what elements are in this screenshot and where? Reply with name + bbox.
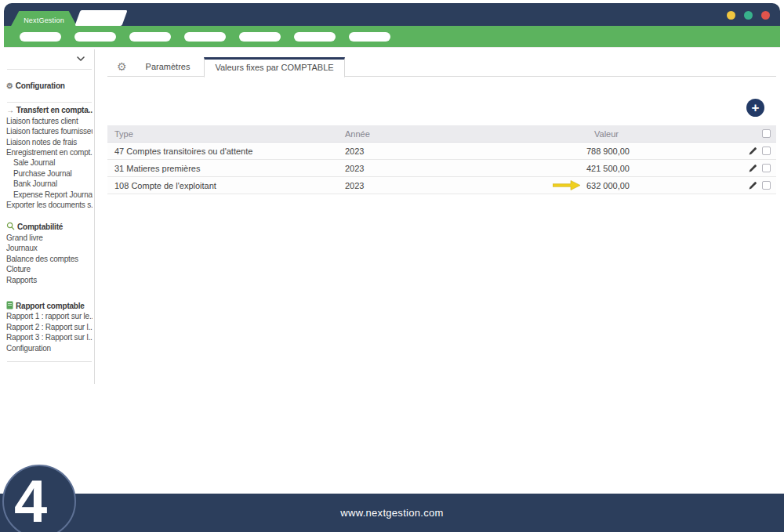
sidebar-item-rapport-3[interactable]: Rapport 3 : Rapport sur l... xyxy=(6,332,93,342)
row-checkbox[interactable] xyxy=(762,181,771,190)
cell-annee: 2023 xyxy=(345,147,502,156)
content-divider xyxy=(4,47,780,48)
sidebar-section-transfert[interactable]: →Transfert en compta... xyxy=(6,105,93,115)
sidebar-item-label: Cloture xyxy=(6,265,31,273)
cell-valeur: 788 900,00 xyxy=(586,147,630,156)
divider xyxy=(7,361,92,362)
sidebar-item-label: Sale Journal xyxy=(13,158,55,167)
nav-pill-placeholder[interactable] xyxy=(184,32,226,42)
brand-label: NextGestion xyxy=(24,16,64,24)
sidebar-item-label: Configuration xyxy=(6,344,51,353)
cell-type: 31 Matieres premières xyxy=(107,164,345,173)
sidebar-item-label: Comptabilité xyxy=(17,223,63,231)
sidebar-item-grand-livre[interactable]: Grand livre xyxy=(6,233,93,243)
sidebar-item-rapports[interactable]: Rapports xyxy=(6,275,93,285)
column-header-annee[interactable]: Année xyxy=(345,129,502,139)
maximize-dot-icon[interactable] xyxy=(744,11,753,20)
sidebar-item-label: Liaison factures client xyxy=(6,117,78,125)
sidebar-item-rapport-1[interactable]: Rapport 1 : rapport sur le... xyxy=(6,311,93,321)
sidebar-item-journaux[interactable]: Journaux xyxy=(6,243,93,253)
tab-bar: ⚙ Paramètres Valeurs fixes par COMPTABLE xyxy=(107,57,776,77)
sidebar-item-liaison-factures-fournisseur[interactable]: Liaison factures fournisseur xyxy=(6,126,93,136)
select-all-checkbox[interactable] xyxy=(762,129,771,138)
footer-bar: www.nextgestion.com xyxy=(0,494,784,532)
nav-pill-placeholder[interactable] xyxy=(20,32,61,42)
cell-annee: 2023 xyxy=(345,164,502,173)
sidebar-item-label: Grand livre xyxy=(6,233,43,242)
nav-pill-placeholder[interactable] xyxy=(294,32,336,42)
tab-parametres[interactable]: Paramètres xyxy=(132,58,205,75)
minimize-dot-icon[interactable] xyxy=(727,11,735,20)
highlight-arrow-icon xyxy=(553,180,580,190)
arrow-right-icon: → xyxy=(6,105,14,115)
table-row: 108 Compte de l'exploitant 2023 632 000,… xyxy=(107,177,776,194)
tab-valeurs-fixes[interactable]: Valeurs fixes par COMPTABLE xyxy=(204,57,344,78)
sidebar-item-enregistrement[interactable]: Enregistrement en compt... xyxy=(6,147,93,157)
sidebar-item-label: Rapport 1 : rapport sur le... xyxy=(6,312,93,320)
close-dot-icon[interactable] xyxy=(761,11,770,20)
sidebar-item-label: Rapport 3 : Rapport sur l... xyxy=(6,333,93,342)
cell-valeur: 421 500,00 xyxy=(586,164,630,173)
gears-icon: ⚙ xyxy=(6,81,13,91)
table-row: 31 Matieres premières 2023 421 500,00 xyxy=(107,160,776,177)
table-row: 47 Comptes transitoires ou d'attente 202… xyxy=(107,143,776,160)
magnifier-icon xyxy=(6,222,15,232)
file-icon xyxy=(6,301,13,311)
page-number: 4 xyxy=(14,472,47,531)
edit-icon[interactable] xyxy=(748,164,757,173)
table-header-row: Type Année Valeur xyxy=(107,125,776,143)
sidebar-item-configuration-bottom[interactable]: Configuration xyxy=(6,343,93,353)
sidebar-item-label: Journaux xyxy=(6,244,38,252)
sidebar-item-label: Rapport comptable xyxy=(16,302,85,310)
row-checkbox[interactable] xyxy=(762,147,771,155)
sidebar-section-configuration[interactable]: ⚙Configuration xyxy=(6,81,93,91)
divider xyxy=(7,69,92,70)
sidebar-item-label: Bank Journal xyxy=(13,179,57,188)
sidebar-item-label: Balance des comptes xyxy=(6,255,78,263)
main-navbar xyxy=(4,26,780,47)
window-controls xyxy=(727,11,770,20)
sidebar-item-label: Liaison notes de frais xyxy=(6,138,77,147)
cell-annee: 2023 xyxy=(345,181,502,190)
toolbar: + xyxy=(107,99,776,119)
sidebar-item-label: Rapport 2 : Rapport sur l... xyxy=(6,323,93,331)
sidebar-item-balance-des-comptes[interactable]: Balance des comptes xyxy=(6,254,93,264)
nav-pill-placeholder[interactable] xyxy=(349,32,390,42)
cell-type: 108 Compte de l'exploitant xyxy=(107,181,345,190)
sidebar-item-label: Expense Report Journal xyxy=(13,190,93,199)
sidebar-item-label: Purchase Journal xyxy=(13,169,72,178)
window-titlebar: NextGestion xyxy=(4,3,780,26)
sidebar-item-label: Enregistrement en compt... xyxy=(6,148,93,157)
values-table: Type Année Valeur 47 Comptes transitoire… xyxy=(107,125,776,194)
titlebar-placeholder xyxy=(74,10,127,26)
column-header-type[interactable]: Type xyxy=(107,129,345,139)
sidebar-item-rapport-2[interactable]: Rapport 2 : Rapport sur l... xyxy=(6,322,93,332)
sidebar-item-label: Rapports xyxy=(6,276,37,284)
add-button[interactable]: + xyxy=(746,99,764,117)
sidebar-item-label: Liaison factures fournisseur xyxy=(6,127,93,136)
nav-pill-placeholder[interactable] xyxy=(129,32,171,42)
sidebar-section-rapport-comptable[interactable]: Rapport comptable xyxy=(6,301,93,311)
chevron-down-icon[interactable] xyxy=(6,51,93,67)
row-checkbox[interactable] xyxy=(762,164,771,172)
edit-icon[interactable] xyxy=(748,181,757,190)
page: NextGestion ⚙Configuration →Transfert en… xyxy=(0,0,784,532)
sidebar-item-liaison-factures-client[interactable]: Liaison factures client xyxy=(6,116,93,126)
sidebar-item-expense-report-journal[interactable]: Expense Report Journal xyxy=(6,190,93,200)
main-content: ⚙ Paramètres Valeurs fixes par COMPTABLE… xyxy=(107,51,776,194)
nav-pill-placeholder[interactable] xyxy=(74,32,116,42)
sidebar-item-liaison-notes-de-frais[interactable]: Liaison notes de frais xyxy=(6,137,93,147)
sidebar-item-sale-journal[interactable]: Sale Journal xyxy=(6,157,93,168)
sidebar-item-exporter-documents[interactable]: Exporter les documents s... xyxy=(6,200,93,210)
sidebar-item-cloture[interactable]: Cloture xyxy=(6,264,93,274)
sidebar: ⚙Configuration →Transfert en compta... L… xyxy=(4,49,95,384)
sidebar-item-label: Configuration xyxy=(16,81,65,90)
gear-icon[interactable]: ⚙ xyxy=(117,61,127,72)
sidebar-section-comptabilite[interactable]: Comptabilité xyxy=(6,222,93,232)
edit-icon[interactable] xyxy=(748,147,757,156)
sidebar-item-bank-journal[interactable]: Bank Journal xyxy=(6,179,93,189)
sidebar-item-purchase-journal[interactable]: Purchase Journal xyxy=(6,168,93,179)
nav-pill-placeholder[interactable] xyxy=(239,32,281,42)
column-header-valeur[interactable]: Valeur xyxy=(502,129,630,139)
divider xyxy=(7,102,92,103)
